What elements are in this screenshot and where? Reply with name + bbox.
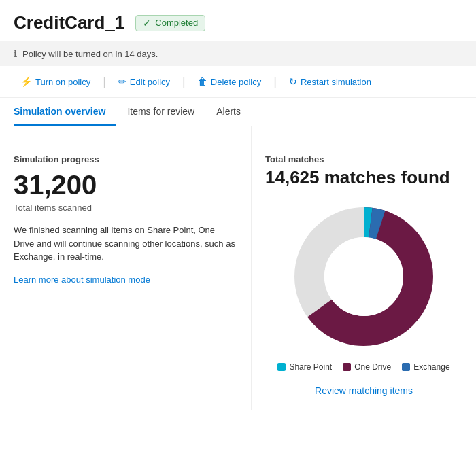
info-banner: ℹ Policy will be turned on in 14 days. [0,41,476,66]
separator: | [273,75,277,89]
trash-icon: 🗑 [198,76,207,87]
tab-items-for-review[interactable]: Items for review [127,98,205,126]
exchange-color-dot [402,363,410,371]
matches-found-value: 14,625 matches found [265,167,462,188]
edit-policy-button[interactable]: ✏ Edit policy [112,73,177,90]
main-content: Simulation progress 31,200 Total items s… [0,126,476,410]
turn-on-policy-button[interactable]: ⚡ Turn on policy [14,73,97,90]
total-matches-label: Total matches [265,154,462,164]
restart-simulation-label: Restart simulation [301,77,371,87]
status-badge: ✓ Completed [135,15,205,31]
separator: | [103,75,106,89]
lightning-icon: ⚡ [20,76,32,87]
tab-simulation-overview-label: Simulation overview [14,106,105,117]
simulation-progress-label: Simulation progress [14,154,237,164]
exchange-legend-label: Exchange [413,362,449,372]
chart-legend: Share Point One Drive Exchange [265,362,462,372]
sharepoint-color-dot [277,363,286,371]
checkmark-icon: ✓ [143,18,151,29]
scan-description: We finished scanning all items on Share … [14,224,237,264]
donut-chart [289,202,439,351]
total-matches-panel: Total matches 14,625 matches found [252,126,476,410]
page-header: CreditCard_1 ✓ Completed [0,0,476,41]
separator: | [182,75,186,89]
divider [265,143,462,143]
learn-more-link[interactable]: Learn more about simulation mode [14,275,150,285]
banner-text: Policy will be turned on in 14 days. [22,49,158,59]
tab-alerts[interactable]: Alerts [216,98,252,126]
sharepoint-legend-label: Share Point [289,362,332,372]
tab-items-for-review-label: Items for review [127,106,194,117]
legend-exchange: Exchange [402,362,449,372]
edit-policy-label: Edit policy [130,77,170,87]
onedrive-color-dot [343,363,351,371]
turn-on-policy-label: Turn on policy [35,77,90,87]
tab-bar: Simulation overview Items for review Ale… [0,98,476,126]
tab-simulation-overview[interactable]: Simulation overview [14,98,116,126]
restart-simulation-button[interactable]: ↻ Restart simulation [282,73,378,90]
divider [14,143,237,143]
delete-policy-label: Delete policy [211,77,261,87]
page-title: CreditCard_1 [14,12,124,33]
items-scanned-count: 31,200 [14,170,237,200]
simulation-progress-panel: Simulation progress 31,200 Total items s… [0,126,252,410]
review-matching-items-link[interactable]: Review matching items [265,385,462,396]
legend-sharepoint: Share Point [277,362,332,372]
toolbar: ⚡ Turn on policy | ✏ Edit policy | 🗑 Del… [0,66,476,98]
legend-onedrive: One Drive [343,362,391,372]
tab-alerts-label: Alerts [216,106,241,117]
onedrive-legend-label: One Drive [354,362,391,372]
info-icon: ℹ [14,48,17,59]
delete-policy-button[interactable]: 🗑 Delete policy [191,73,268,90]
badge-label: Completed [155,18,198,28]
pencil-icon: ✏ [118,76,126,87]
restart-icon: ↻ [289,76,297,87]
items-scanned-label: Total items scanned [14,202,237,213]
svg-point-4 [324,237,403,316]
